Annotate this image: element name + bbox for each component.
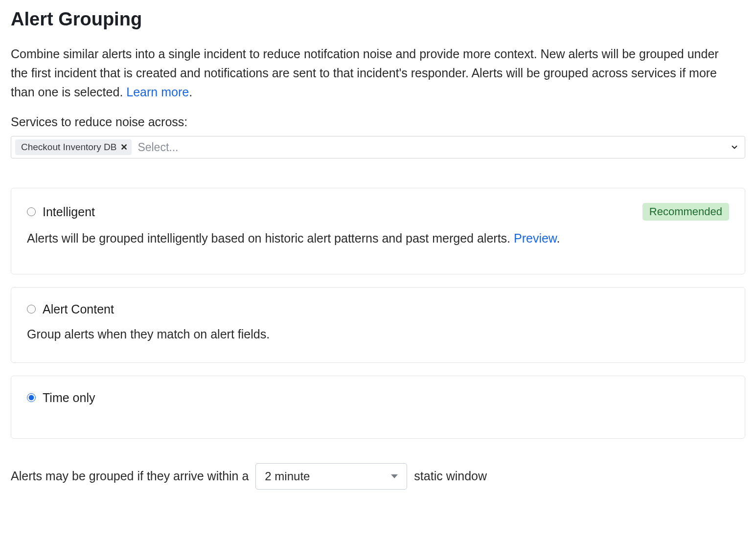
close-icon[interactable]: ✕: [120, 143, 128, 152]
time-config-prefix: Alerts may be grouped if they arrive wit…: [11, 469, 249, 483]
option-title-intelligent[interactable]: Intelligent: [43, 205, 95, 219]
option-card-intelligent: Intelligent Recommended Alerts will be g…: [11, 188, 745, 274]
option-desc-alert-content: Group alerts when they match on alert fi…: [27, 325, 729, 343]
description-text: Combine similar alerts into a single inc…: [11, 47, 719, 99]
description-after: .: [189, 85, 192, 99]
option-desc-intelligent: Alerts will be grouped intelligently bas…: [27, 229, 729, 247]
services-label: Services to reduce noise across:: [11, 115, 745, 129]
service-chip: Checkout Inventory DB ✕: [15, 139, 132, 155]
radio-alert-content[interactable]: [27, 305, 36, 314]
radio-time-only[interactable]: [27, 393, 36, 402]
time-config-suffix: static window: [414, 469, 487, 483]
time-window-dropdown[interactable]: 2 minute: [255, 463, 407, 490]
intelligent-desc-after: .: [557, 231, 560, 245]
multiselect-placeholder: Select...: [137, 141, 730, 154]
learn-more-link[interactable]: Learn more: [126, 85, 189, 99]
recommended-badge: Recommended: [642, 203, 729, 221]
option-title-time-only[interactable]: Time only: [43, 391, 95, 405]
service-chip-label: Checkout Inventory DB: [21, 142, 116, 153]
services-multiselect[interactable]: Checkout Inventory DB ✕ Select...: [11, 136, 745, 158]
option-card-time-only: Time only: [11, 376, 745, 439]
preview-link[interactable]: Preview: [514, 231, 557, 245]
option-card-alert-content: Alert Content Group alerts when they mat…: [11, 287, 745, 363]
time-config-row: Alerts may be grouped if they arrive wit…: [11, 463, 745, 490]
caret-down-icon: [391, 474, 398, 478]
radio-intelligent[interactable]: [27, 207, 36, 216]
page-description: Combine similar alerts into a single inc…: [11, 45, 735, 101]
option-title-alert-content[interactable]: Alert Content: [43, 302, 114, 316]
intelligent-desc-text: Alerts will be grouped intelligently bas…: [27, 231, 514, 245]
chevron-down-icon[interactable]: [730, 143, 739, 152]
time-window-value: 2 minute: [265, 470, 310, 483]
page-title: Alert Grouping: [11, 9, 745, 30]
